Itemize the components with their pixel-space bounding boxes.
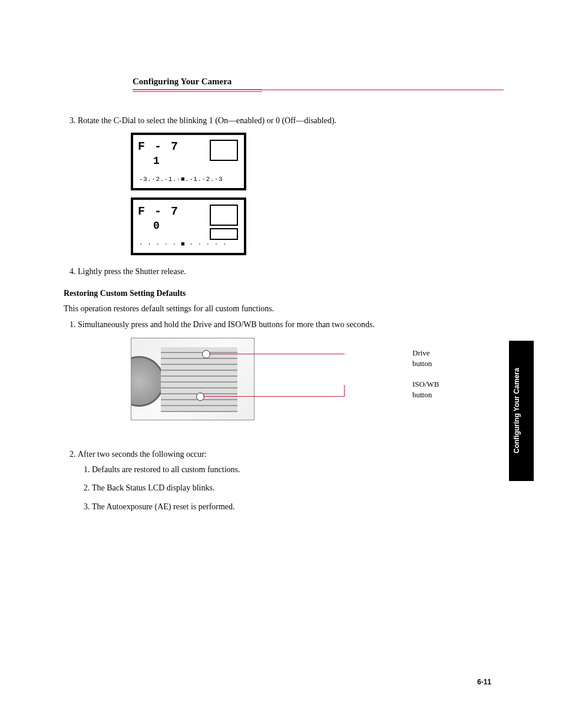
step-text: After two seconds the following occur:: [78, 450, 207, 459]
lcd-box-icon: [210, 228, 238, 240]
lcd-box-icon: [210, 140, 238, 161]
lcd-box-icon: [210, 205, 238, 226]
value-on: 1: [209, 116, 213, 125]
callout-line: [209, 354, 345, 354]
side-tab-label: Configuring Your Camera: [513, 348, 521, 474]
section-title: Configuring Your Camera: [133, 77, 507, 87]
rule: [133, 91, 262, 92]
step-text: Rotate the C-Dial to select the blinking: [78, 116, 209, 125]
step-text: Lightly press the Shutter release.: [78, 267, 186, 276]
callout-label-iso: ISO/WB button: [412, 379, 439, 400]
step-text: (On—enabled) or: [215, 116, 276, 125]
body-text: Rotate the C-Dial to select the blinking…: [64, 115, 503, 519]
callout-line: [203, 396, 345, 397]
lcd-scale: · · · · · ■ · · · · ·: [139, 240, 238, 249]
callout-line: [344, 385, 345, 397]
lcd-display-off: F - 7 0 · · · · · ■ · · · · ·: [131, 197, 246, 255]
value-off: 0: [276, 116, 280, 125]
step-text: (Off—disabled).: [282, 116, 336, 125]
step-text: Simultaneously press and hold the Drive …: [78, 320, 375, 329]
bullet-b: The Back Status LCD display blinks.: [92, 482, 503, 494]
subsection-title: Restoring Custom Setting Defaults: [64, 288, 503, 299]
side-tab: Configuring Your Camera: [509, 341, 534, 481]
subsection-intro: This operation restores default settings…: [64, 303, 503, 315]
lcd-display-on: F - 7 1 -3.·2.·1.·■.·1.·2.·3: [131, 133, 246, 190]
page-number: 6-11: [477, 678, 491, 686]
camera-back-illustration: [131, 338, 254, 420]
section-header: Configuring Your Camera: [133, 77, 507, 92]
camera-diagram: Drive button ISO/WB button: [131, 338, 425, 438]
step-3: Rotate the C-Dial to select the blinking…: [78, 115, 503, 255]
bullet-c: The Autoexposure (AE) reset is performed…: [92, 501, 503, 513]
bullet-a: Defaults are restored to all custom func…: [92, 464, 503, 476]
lcd-illustrations: F - 7 1 -3.·2.·1.·■.·1.·2.·3 F - 7 0 · ·…: [131, 133, 503, 255]
substep-2: After two seconds the following occur: D…: [78, 449, 503, 512]
callout-label-drive: Drive button: [412, 348, 432, 369]
step-4: Lightly press the Shutter release.: [78, 266, 503, 278]
lcd-scale: -3.·2.·1.·■.·1.·2.·3: [139, 175, 238, 184]
drive-button-icon: [202, 350, 210, 358]
rule: [133, 90, 504, 90]
substep-1: Simultaneously press and hold the Drive …: [78, 319, 503, 438]
iso-wb-button-icon: [196, 393, 204, 401]
